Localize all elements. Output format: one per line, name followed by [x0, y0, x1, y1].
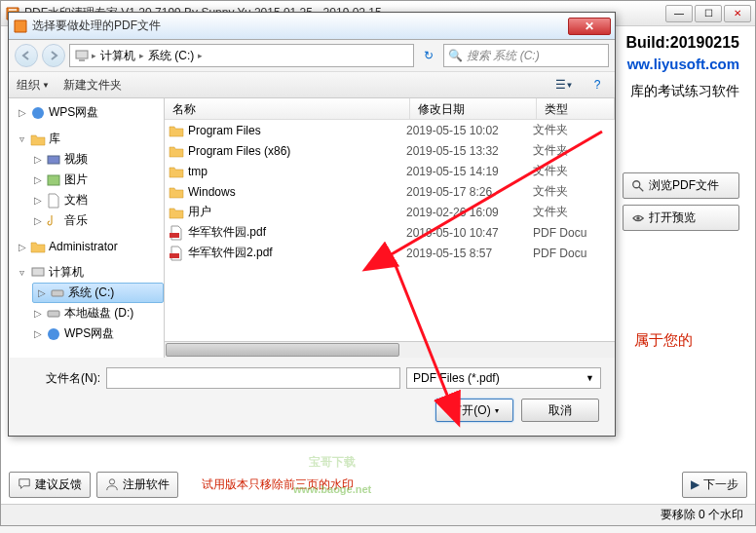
open-preview-button[interactable]: 打开预览	[623, 205, 739, 231]
list-item[interactable]: Windows2019-05-17 8:26文件夹	[165, 181, 615, 202]
feedback-label: 建议反馈	[35, 476, 82, 493]
breadcrumb-computer[interactable]: 计算机	[98, 48, 137, 64]
col-name[interactable]: 名称	[165, 98, 410, 119]
file-list: 名称 修改日期 类型 Program Files2019-05-15 10:02…	[165, 98, 615, 358]
svg-point-2	[636, 216, 640, 220]
folder-icon	[169, 143, 184, 159]
file-type: 文件夹	[533, 204, 611, 220]
tree-library[interactable]: ▿库	[9, 129, 164, 149]
tree-drive-c[interactable]: ▷系统 (C:)	[32, 283, 164, 303]
svg-rect-9	[32, 268, 44, 276]
file-date: 2019-05-15 14:19	[406, 165, 533, 178]
file-type: PDF Docu	[533, 247, 611, 260]
dialog-close-button[interactable]: ✕	[568, 18, 611, 35]
trial-note: 试用版本只移除前三页的水印	[202, 476, 354, 493]
svg-point-3	[109, 479, 114, 484]
next-label: 下一步	[703, 476, 738, 493]
file-type: 文件夹	[533, 163, 611, 179]
svg-rect-5	[79, 59, 85, 61]
tree-pictures[interactable]: ▷图片	[9, 170, 164, 190]
file-name: 华军软件园.pdf	[188, 224, 406, 241]
tree-wps[interactable]: ▷WPS网盘	[9, 102, 164, 123]
tree-drive-d[interactable]: ▷本地磁盘 (D:)	[9, 303, 164, 324]
file-type: 文件夹	[533, 122, 611, 138]
tree-video[interactable]: ▷视频	[9, 149, 164, 170]
breadcrumb-drive[interactable]: 系统 (C:)	[146, 48, 196, 64]
svg-rect-13	[170, 233, 179, 238]
list-item[interactable]: Program Files2019-05-15 10:02文件夹	[165, 120, 615, 140]
folder-icon	[169, 205, 184, 220]
filename-input[interactable]	[106, 367, 400, 389]
cancel-button[interactable]: 取消	[521, 399, 599, 422]
list-item[interactable]: tmp2019-05-15 14:19文件夹	[165, 161, 615, 181]
tree-documents[interactable]: ▷文档	[9, 190, 164, 210]
browse-pdf-button[interactable]: 浏览PDF文件	[623, 172, 739, 199]
help-button[interactable]: ?	[587, 75, 607, 95]
filetype-filter[interactable]: PDF Files (*.pdf)▼	[406, 367, 601, 389]
tree-wps2[interactable]: ▷WPS网盘	[9, 324, 164, 344]
build-label: Build:20190215	[625, 34, 739, 52]
dialog-titlebar: 选择要做处理的PDF文件 ✕	[9, 13, 615, 40]
dialog-nav: ▸ 计算机 ▸ 系统 (C:) ▸ ↻ 🔍 搜索 系统 (C:)	[9, 40, 615, 71]
organize-menu[interactable]: 组织 ▼	[17, 77, 50, 94]
register-button[interactable]: 注册软件	[96, 472, 178, 498]
file-name: Program Files	[188, 124, 406, 137]
pdf-icon	[169, 225, 184, 241]
file-date: 2019-05-17 8:26	[406, 185, 533, 199]
folder-tree[interactable]: ▷WPS网盘 ▿库 ▷视频 ▷图片 ▷文档 ▷音乐 ▷Administrator…	[9, 98, 165, 358]
svg-rect-8	[48, 175, 59, 185]
file-name: 华军软件园2.pdf	[188, 245, 406, 261]
open-preview-label: 打开预览	[649, 209, 696, 226]
open-button[interactable]: 打开(O)▾	[435, 399, 513, 422]
col-date[interactable]: 修改日期	[410, 98, 537, 119]
list-item[interactable]: 用户2019-02-26 16:09文件夹	[165, 202, 615, 222]
refresh-button[interactable]: ↻	[418, 45, 439, 66]
list-item[interactable]: 华军软件园.pdf2019-05-10 10:47PDF Docu	[165, 222, 615, 243]
file-name: Program Files (x86)	[188, 144, 406, 158]
feedback-button[interactable]: 建议反馈	[9, 472, 91, 498]
search-placeholder: 搜索 系统 (C:)	[467, 48, 540, 64]
search-input[interactable]: 🔍 搜索 系统 (C:)	[443, 44, 609, 67]
tree-computer[interactable]: ▿计算机	[9, 262, 164, 283]
folder-icon	[169, 184, 184, 200]
svg-rect-14	[170, 253, 179, 258]
folder-icon	[169, 123, 184, 138]
file-type: 文件夹	[533, 142, 611, 159]
minimize-button[interactable]: —	[665, 5, 693, 22]
browse-pdf-label: 浏览PDF文件	[649, 177, 719, 194]
dialog-icon	[13, 19, 28, 34]
close-button[interactable]: ✕	[724, 5, 751, 22]
search-icon: 🔍	[448, 49, 463, 62]
dialog-toolbar: 组织 ▼ 新建文件夹 ☰ ▼ ?	[9, 71, 615, 98]
list-header: 名称 修改日期 类型	[165, 98, 615, 120]
tree-music[interactable]: ▷音乐	[9, 210, 164, 231]
list-item[interactable]: Program Files (x86)2019-05-15 13:32文件夹	[165, 140, 615, 161]
horizontal-scrollbar[interactable]	[165, 341, 615, 358]
svg-rect-7	[48, 156, 59, 164]
file-date: 2019-05-10 10:47	[406, 226, 533, 240]
svg-rect-10	[52, 290, 63, 296]
col-type[interactable]: 类型	[537, 98, 615, 119]
view-button[interactable]: ☰ ▼	[554, 75, 574, 95]
search-icon	[631, 179, 645, 193]
file-name: Windows	[188, 185, 406, 199]
preview-icon	[631, 211, 645, 225]
list-item[interactable]: 华军软件园2.pdf2019-05-15 8:57PDF Docu	[165, 243, 615, 263]
file-name: tmp	[188, 165, 406, 178]
file-name: 用户	[188, 204, 406, 220]
nav-forward-button[interactable]	[42, 44, 65, 67]
nav-back-button[interactable]	[15, 44, 38, 67]
tree-admin[interactable]: ▷Administrator	[9, 237, 164, 256]
svg-point-12	[48, 328, 59, 340]
breadcrumb[interactable]: ▸ 计算机 ▸ 系统 (C:) ▸	[69, 44, 414, 67]
filename-label: 文件名(N):	[22, 370, 100, 387]
svg-rect-11	[48, 311, 59, 317]
svg-point-6	[32, 107, 44, 119]
newfolder-button[interactable]: 新建文件夹	[63, 77, 122, 94]
folder-icon	[169, 164, 184, 179]
status-bar: 要移除 0 个水印	[1, 504, 755, 525]
dialog-title: 选择要做处理的PDF文件	[32, 18, 568, 34]
file-date: 2019-05-15 13:32	[406, 144, 533, 158]
maximize-button[interactable]: ☐	[695, 5, 722, 22]
next-button[interactable]: ▶ 下一步	[682, 472, 747, 498]
